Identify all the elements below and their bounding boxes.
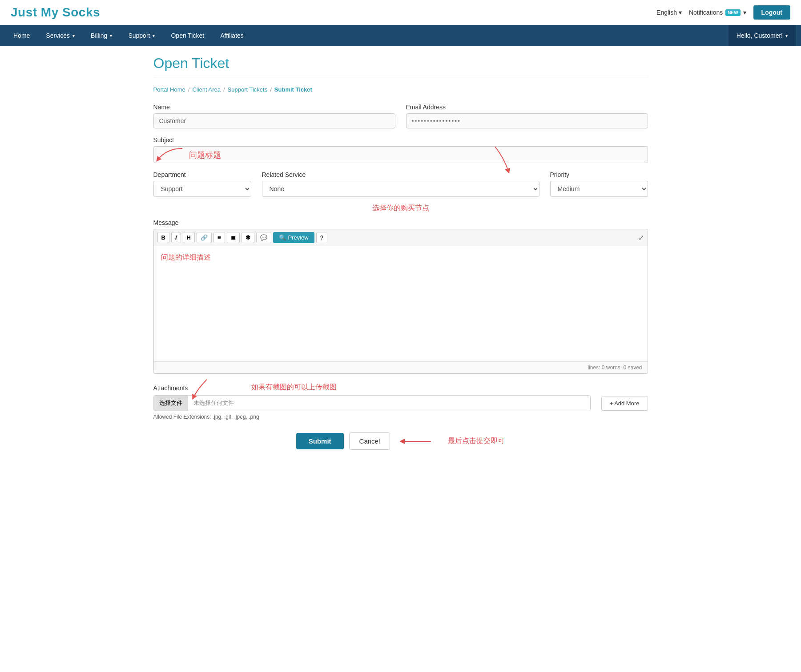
logout-button[interactable]: Logout [753, 5, 790, 20]
choose-file-button[interactable]: 选择文件 [154, 396, 188, 411]
breadcrumb-portal-home[interactable]: Portal Home [153, 86, 185, 93]
nav-item-billing[interactable]: Billing ▾ [83, 25, 120, 46]
language-chevron: ▾ [679, 9, 682, 16]
priority-group: Priority Low Medium High [550, 171, 648, 197]
fullscreen-button[interactable]: ⤢ [638, 233, 644, 242]
email-label: Email Address [406, 104, 648, 111]
preview-label: Preview [288, 234, 309, 241]
subject-input-wrapper: 问题标题 [153, 146, 648, 163]
notifications-label: Notifications [689, 9, 723, 16]
ul-icon: ≡ [217, 234, 221, 241]
submit-button[interactable]: Submit [296, 433, 344, 449]
heading-button[interactable]: H [183, 232, 195, 243]
attachments-row-wrapper: 选择文件 未选择任何文件 + Add More 如果有截图的可以上传截图 [153, 395, 648, 411]
nav-open-ticket-label: Open Ticket [171, 32, 204, 39]
department-group: Department Support Sales Technical [153, 171, 251, 197]
language-label: English [656, 9, 677, 16]
site-title: Just My Socks [11, 5, 100, 20]
help-icon: ? [320, 234, 323, 241]
message-section: Message B I H 🔗 ≡ ≣ ✱ 💬 🔍 Preview ? ⤢ 问题… [153, 219, 648, 374]
submit-arrow-icon [400, 435, 435, 448]
allowed-extensions-text: Allowed File Extensions: .jpg, .gif, .jp… [153, 414, 648, 420]
priority-label: Priority [550, 171, 648, 178]
breadcrumb-sep-1: / [188, 86, 190, 93]
support-chevron-icon: ▾ [153, 33, 155, 38]
priority-select[interactable]: Low Medium High [550, 181, 648, 197]
page-title: Open Ticket [153, 55, 648, 72]
editor-footer: lines: 0 words: 0 saved [153, 361, 648, 374]
quote-icon: 💬 [260, 234, 267, 241]
bold-icon: B [161, 234, 165, 241]
unordered-list-button[interactable]: ≡ [213, 232, 225, 243]
nav-item-services[interactable]: Services ▾ [38, 25, 83, 46]
language-selector[interactable]: English ▾ [656, 9, 682, 16]
fullscreen-icon: ⤢ [638, 234, 644, 241]
related-service-select[interactable]: None [262, 181, 539, 197]
editor-body[interactable]: 问题的详细描述 [153, 246, 648, 361]
file-name-label: 未选择任何文件 [188, 396, 239, 411]
submit-row: Submit Cancel 最后点击提交即可 [153, 432, 648, 450]
message-label: Message [153, 219, 648, 226]
attachments-section: Attachments 选择文件 未选择任何文件 + Add More 如果有截… [153, 384, 648, 420]
cancel-button[interactable]: Cancel [349, 432, 390, 450]
billing-chevron-icon: ▾ [110, 33, 112, 38]
nav-home-label: Home [13, 32, 30, 39]
title-divider [153, 77, 648, 77]
file-input-area: 选择文件 未选择任何文件 [153, 395, 591, 411]
breadcrumb: Portal Home / Client Area / Support Tick… [153, 86, 648, 93]
submit-annotation: 最后点击提交即可 [448, 436, 505, 446]
attachments-row: 选择文件 未选择任何文件 + Add More [153, 395, 648, 411]
subject-label: Subject [153, 136, 648, 144]
page-content: Open Ticket Portal Home / Client Area / … [143, 46, 659, 468]
notifications-badge: NEW [725, 9, 740, 16]
name-input[interactable] [153, 113, 395, 128]
quote-button[interactable]: 💬 [256, 232, 271, 243]
nav-item-home[interactable]: Home [5, 25, 38, 46]
breadcrumb-support-tickets[interactable]: Support Tickets [228, 86, 268, 93]
nav-user-greeting[interactable]: Hello, Customer! ▾ [729, 25, 796, 46]
name-label: Name [153, 104, 395, 111]
main-nav: Home Services ▾ Billing ▾ Support ▾ Open… [0, 25, 801, 46]
preview-button[interactable]: 🔍 Preview [273, 232, 314, 243]
ordered-list-button[interactable]: ≣ [227, 232, 240, 243]
notifications-button[interactable]: Notifications NEW ▾ [689, 9, 746, 16]
message-annotation: 问题的详细描述 [161, 253, 211, 261]
breadcrumb-sep-3: / [270, 86, 272, 93]
notifications-chevron: ▾ [743, 9, 746, 16]
nav-item-open-ticket[interactable]: Open Ticket [163, 25, 212, 46]
link-icon: 🔗 [201, 234, 208, 241]
help-button[interactable]: ? [316, 232, 327, 243]
nav-support-label: Support [128, 32, 150, 39]
user-chevron-icon: ▾ [785, 33, 788, 38]
email-input[interactable] [406, 113, 648, 128]
ol-icon: ≣ [231, 234, 236, 241]
nav-affiliates-label: Affiliates [220, 32, 244, 39]
italic-icon: I [175, 234, 177, 241]
service-annotation: 选择你的购买节点 [372, 204, 429, 213]
editor-toolbar: B I H 🔗 ≡ ≣ ✱ 💬 🔍 Preview ? ⤢ [153, 229, 648, 246]
header-right: English ▾ Notifications NEW ▾ Logout [656, 5, 790, 20]
attachments-label: Attachments [153, 384, 648, 392]
nav-services-label: Services [46, 32, 70, 39]
related-service-group: Related Service None 选择你的购买节点 [262, 171, 539, 197]
breadcrumb-current: Submit Ticket [274, 86, 312, 93]
breadcrumb-client-area[interactable]: Client Area [192, 86, 221, 93]
top-header: Just My Socks English ▾ Notifications NE… [0, 0, 801, 25]
nav-billing-label: Billing [91, 32, 107, 39]
submit-annotation-area: 最后点击提交即可 [400, 435, 505, 448]
add-more-button[interactable]: + Add More [601, 396, 648, 411]
department-select[interactable]: Support Sales Technical [153, 181, 251, 197]
name-group: Name [153, 104, 395, 128]
asterisk-button[interactable]: ✱ [242, 232, 254, 243]
asterisk-icon: ✱ [246, 234, 250, 241]
breadcrumb-sep-2: / [223, 86, 225, 93]
nav-item-affiliates[interactable]: Affiliates [212, 25, 252, 46]
bold-button[interactable]: B [157, 232, 169, 243]
link-button[interactable]: 🔗 [197, 232, 212, 243]
nav-item-support[interactable]: Support ▾ [120, 25, 163, 46]
email-group: Email Address [406, 104, 648, 128]
italic-button[interactable]: I [171, 232, 181, 243]
related-service-label: Related Service [262, 171, 539, 178]
subject-input[interactable] [153, 146, 648, 163]
heading-icon: H [187, 234, 191, 241]
